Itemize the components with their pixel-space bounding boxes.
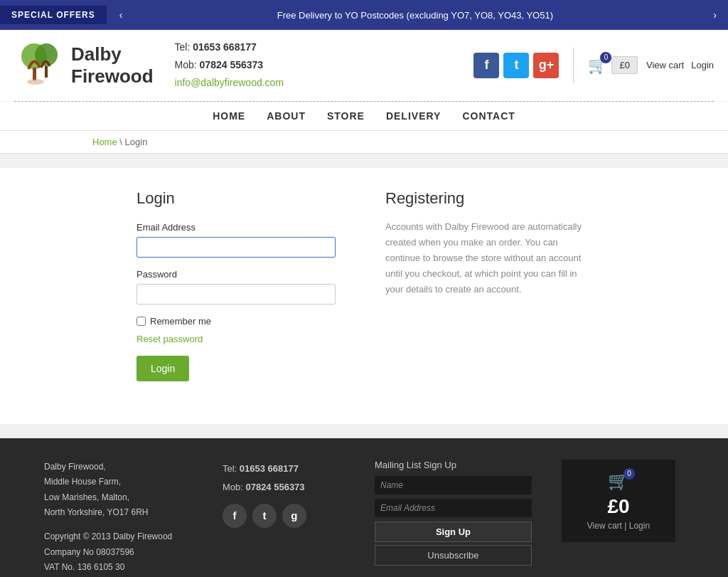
googleplus-icon[interactable]: g+ [533, 53, 559, 78]
reset-password-link[interactable]: Reset password [136, 334, 343, 344]
banner-arrow-right[interactable]: › [702, 9, 728, 21]
footer-address-line3: Low Marishes, Malton, [44, 490, 201, 506]
view-cart-link[interactable]: View cart [646, 60, 684, 70]
footer-address: Dalby Firewood, Middle House Farm, Low M… [44, 460, 201, 576]
nav-store[interactable]: STORE [327, 110, 365, 122]
nav-contact[interactable]: CONTACT [462, 110, 515, 122]
login-button[interactable]: Login [136, 356, 189, 381]
email-input[interactable] [136, 237, 336, 258]
footer-cart-links: View cart | Login [576, 521, 661, 531]
main-nav: HOME ABOUT STORE DELIVERY CONTACT [0, 102, 728, 131]
vertical-divider [573, 48, 574, 83]
footer-mob-number: 07824 556373 [245, 482, 304, 492]
email-group: Email Address [136, 222, 343, 258]
register-section: Registering Accounts with Dalby Firewood… [385, 189, 592, 381]
footer-tel-number: 01653 668177 [240, 463, 299, 474]
footer-googleplus-icon[interactable]: g [282, 504, 306, 528]
email-label: Email Address [136, 222, 343, 233]
svg-rect-2 [33, 68, 36, 80]
nav-home[interactable]: HOME [213, 110, 245, 122]
footer-contact: Tel: 01653 668177 Mob: 07824 556373 f t … [223, 460, 353, 528]
mailing-name-input[interactable] [375, 476, 532, 494]
logo-area: Dalby Firewood Tel: 01653 668177 Mob: 07… [14, 38, 284, 92]
nav-about[interactable]: ABOUT [267, 110, 306, 122]
header-links: View cart Login [646, 60, 714, 70]
breadcrumb-separator: \ [119, 137, 124, 147]
social-icons: f t g+ [473, 53, 559, 78]
special-offers-button[interactable]: SPECIAL OFFERS [0, 6, 107, 24]
footer-facebook-icon[interactable]: f [223, 504, 247, 528]
email-link[interactable]: info@dalbyfirewood.com [175, 77, 284, 88]
cart-area: 🛒 0 £0 [588, 56, 637, 75]
login-section: Login Email Address Password Remember me… [136, 189, 343, 381]
footer-view-cart[interactable]: View cart [587, 521, 622, 531]
footer-cart-amount: £0 [576, 495, 661, 518]
content-flex: Login Email Address Password Remember me… [136, 189, 592, 381]
footer-tel-label: Tel: [223, 463, 237, 474]
breadcrumb: Home \ Login [0, 131, 728, 154]
footer-cart-box: 🛒 0 £0 View cart | Login [562, 460, 675, 542]
remember-row: Remember me [136, 316, 343, 327]
login-link[interactable]: Login [691, 60, 714, 70]
footer-address-line1: Dalby Firewood, [44, 460, 201, 475]
password-input[interactable] [136, 284, 336, 305]
top-banner: SPECIAL OFFERS ‹ Free Delivery to YO Pos… [0, 0, 728, 30]
social-cart-area: f t g+ 🛒 0 £0 View cart Login [473, 48, 714, 83]
cart-icon-wrap[interactable]: 🛒 0 [588, 56, 607, 75]
logo-text: Dalby Firewood [71, 43, 154, 88]
footer-copyright: Copyright © 2013 Dalby Firewood Company … [44, 529, 201, 576]
footer-login[interactable]: Login [629, 521, 650, 531]
sign-up-button[interactable]: Sign Up [375, 522, 532, 542]
svg-rect-3 [45, 66, 48, 78]
svg-point-4 [27, 79, 44, 85]
cart-badge: 0 [600, 52, 611, 63]
mailing-title: Mailing List Sign Up [375, 460, 532, 470]
footer-twitter-icon[interactable]: t [252, 504, 277, 528]
breadcrumb-home[interactable]: Home [92, 137, 117, 147]
register-title: Registering [385, 189, 592, 208]
main-content: Login Email Address Password Remember me… [44, 168, 684, 424]
register-text: Accounts with Dalby Firewood are automat… [385, 219, 592, 297]
footer-address-line4: North Yorkshire, YO17 6RH [44, 505, 201, 521]
unsubscribe-button[interactable]: Unsubscribe [375, 545, 532, 566]
site-header: Dalby Firewood Tel: 01653 668177 Mob: 07… [0, 30, 728, 101]
site-footer: Dalby Firewood, Middle House Farm, Low M… [0, 438, 728, 577]
footer-cart-badge: 0 [623, 468, 635, 480]
footer-main: Dalby Firewood, Middle House Farm, Low M… [23, 460, 705, 577]
password-label: Password [136, 269, 343, 280]
mailing-email-input[interactable] [375, 499, 532, 517]
nav-delivery[interactable]: DELIVERY [386, 110, 441, 122]
password-group: Password [136, 269, 343, 305]
banner-arrow-left[interactable]: ‹ [114, 9, 129, 21]
cart-total: £0 [611, 56, 637, 74]
footer-address-line2: Middle House Farm, [44, 475, 201, 490]
footer-mob-label: Mob: [223, 482, 243, 492]
contact-info: Tel: 01653 668177 Mob: 07824 556373 info… [175, 38, 284, 92]
banner-text: Free Delivery to YO Postcodes (excluding… [128, 10, 702, 21]
logo-icon [14, 41, 64, 90]
login-title: Login [136, 189, 343, 208]
facebook-icon[interactable]: f [473, 53, 499, 78]
footer-cart: 🛒 0 £0 View cart | Login [553, 460, 684, 542]
remember-label[interactable]: Remember me [150, 316, 211, 327]
remember-checkbox[interactable] [136, 317, 146, 326]
breadcrumb-current: Login [125, 137, 148, 147]
footer-social: f t g [223, 504, 353, 528]
footer-mailing: Mailing List Sign Up Sign Up Unsubscribe [375, 460, 532, 566]
twitter-icon[interactable]: t [503, 53, 529, 78]
